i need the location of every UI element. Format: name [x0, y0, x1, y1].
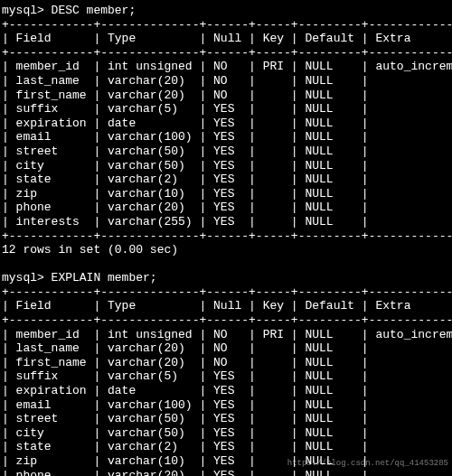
- watermark-text: https://blog.csdn.net/qq_41453285: [287, 459, 448, 469]
- terminal-output: mysql> DESC member; +------------+------…: [0, 0, 452, 476]
